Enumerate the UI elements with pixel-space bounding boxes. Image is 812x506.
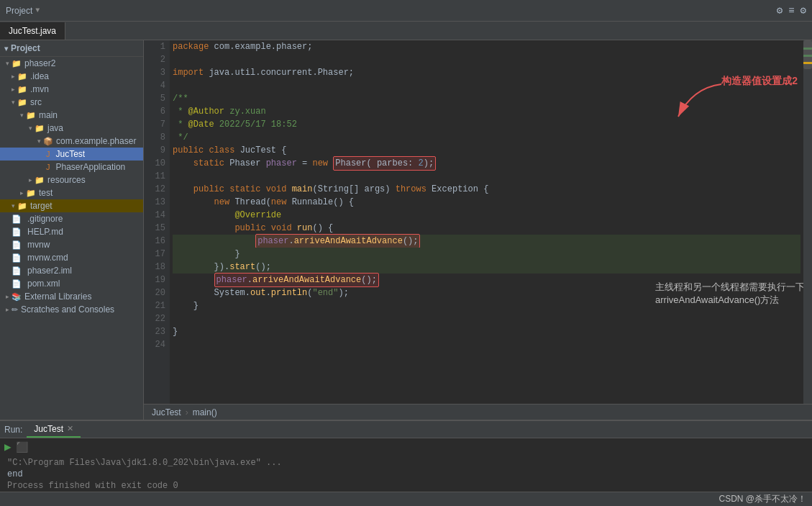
scrollbar-right[interactable] xyxy=(803,40,812,404)
code-line-6: * @Author zy.xuan xyxy=(173,105,800,118)
expand-icon: ▸ xyxy=(12,73,15,80)
tree-label: .gitignore xyxy=(27,214,63,224)
tree-label: test xyxy=(39,188,53,198)
close-tab-icon[interactable]: ✕ xyxy=(67,424,73,433)
sidebar-item-mvn[interactable]: ▸ 📁 .mvn xyxy=(0,83,143,96)
tree-label: External Libraries xyxy=(24,292,91,302)
code-line-19: phaser.arriveAndAwaitAdvance(); xyxy=(173,274,800,286)
sidebar-item-pomxml[interactable]: 📄 pom.xml xyxy=(0,277,143,290)
watermark: CSDN @杀手不太冷！ xyxy=(719,493,806,505)
sidebar-item-src[interactable]: ▾ 📁 src xyxy=(0,96,143,109)
sidebar-item-target[interactable]: ▾ 📁 target xyxy=(0,199,143,212)
java-file-icon: J xyxy=(46,163,50,171)
run-tab-name: JucTest xyxy=(34,424,63,434)
run-label: Run: xyxy=(0,425,27,435)
sidebar-item-resources[interactable]: ▸ 📁 resources xyxy=(0,173,143,186)
code-line-8: */ xyxy=(173,131,800,144)
sidebar-item-mvnw[interactable]: 📄 mvnw xyxy=(0,238,143,251)
tree-label: main xyxy=(39,110,58,120)
sidebar-item-gitignore[interactable]: 📄 .gitignore xyxy=(0,212,143,225)
layout-icon[interactable]: ≡ xyxy=(788,5,794,17)
sidebar-item-external-libraries[interactable]: ▸ 📚 External Libraries xyxy=(0,290,143,303)
tab-juctest[interactable]: JucTest.java xyxy=(0,22,65,40)
config-icon[interactable]: ⚙ xyxy=(800,4,806,17)
sidebar-item-main[interactable]: ▾ 📁 main xyxy=(0,109,143,122)
bottom-tabs: Run: JucTest ✕ xyxy=(0,421,812,438)
code-line-2 xyxy=(173,53,800,66)
folder-icon: 📁 xyxy=(17,202,27,211)
sidebar-item-helpmd[interactable]: 📄 HELP.md xyxy=(0,225,143,238)
sidebar: ▾ Project ▾ 📁 phaser2 ▸ 📁 .idea ▸ 📁 .mvn… xyxy=(0,40,144,420)
expand-icon: ▸ xyxy=(6,306,9,313)
sidebar-item-java[interactable]: ▾ 📁 java xyxy=(0,122,143,135)
library-icon: 📚 xyxy=(12,292,22,302)
breadcrumb-item-2[interactable]: main() xyxy=(193,407,217,417)
output-line-1: "C:\Program Files\Java\jdk1.8.0_202\bin\… xyxy=(7,457,805,469)
sidebar-item-test[interactable]: ▸ 📁 test xyxy=(0,186,143,199)
file-icon: 📄 xyxy=(12,253,22,263)
code-line-12: ▶ public static void main(String[] args)… xyxy=(173,183,800,196)
line-numbers: 12345 678910 1112131415 1617181920 21222… xyxy=(144,40,170,404)
code-editor[interactable]: package com.example.phaser; import java.… xyxy=(170,40,803,404)
code-line-1: package com.example.phaser; xyxy=(173,40,800,53)
sidebar-item-phaserapplication[interactable]: J PhaserApplication xyxy=(0,161,143,173)
tree-label: Scratches and Consoles xyxy=(21,304,114,315)
editor-area: 12345 678910 1112131415 1617181920 21222… xyxy=(144,40,812,420)
code-line-7: * @Date 2022/5/17 18:52 xyxy=(173,118,800,131)
breadcrumb-item-1[interactable]: JucTest xyxy=(152,407,181,417)
project-title: Project xyxy=(6,6,32,16)
tab-bar: JucTest.java xyxy=(0,22,812,40)
expand-icon: ▸ xyxy=(6,293,9,300)
file-icon: 📄 xyxy=(12,214,22,224)
expand-icon: ▾ xyxy=(12,202,15,209)
sidebar-item-package[interactable]: ▾ 📦 com.example.phaser xyxy=(0,135,143,148)
top-bar-icons: ⚙ ≡ ⚙ xyxy=(777,4,806,17)
output-line-2: end xyxy=(7,469,805,480)
code-line-13: new Thread(new Runnable() { xyxy=(173,196,800,209)
code-line-24 xyxy=(173,338,800,351)
sidebar-item-phaser2iml[interactable]: 📄 phaser2.iml xyxy=(0,264,143,277)
tree-label: .idea xyxy=(30,71,49,81)
bottom-panel: Run: JucTest ✕ ▶ ⬛ "C:\Program Files\Jav… xyxy=(0,420,812,506)
sidebar-item-scratches[interactable]: ▸ ✏ Scratches and Consoles xyxy=(0,303,143,316)
code-line-10: static Phaser phaser = new Phaser( parbe… xyxy=(173,157,800,170)
code-line-15: ● public void run() { xyxy=(173,222,800,235)
java-folder-icon: 📁 xyxy=(35,124,45,133)
tree-label: mvnw.cmd xyxy=(27,253,68,263)
run-button[interactable]: ▶ xyxy=(4,440,12,454)
bottom-controls: ▶ ⬛ xyxy=(0,438,812,456)
package-icon: 📦 xyxy=(43,137,53,146)
code-line-17: } xyxy=(173,248,800,261)
tree-label: PhaserApplication xyxy=(56,162,126,172)
code-line-18: }).start(); xyxy=(173,261,800,274)
xml-file-icon: 📄 xyxy=(12,279,22,289)
stop-button[interactable]: ⬛ xyxy=(16,441,28,453)
tree-label: src xyxy=(30,97,42,107)
sidebar-item-idea[interactable]: ▸ 📁 .idea xyxy=(0,70,143,83)
chevron-icon: ▾ xyxy=(4,45,8,53)
scroll-thumb[interactable] xyxy=(803,40,812,69)
code-line-20: System.out.println("end"); xyxy=(173,286,800,299)
breadcrumb: JucTest › main() xyxy=(144,404,812,420)
code-line-14: @Override xyxy=(173,209,800,222)
expand-icon: ▸ xyxy=(20,189,24,196)
sidebar-item-mvnwcmd[interactable]: 📄 mvnw.cmd xyxy=(0,251,143,264)
scratches-icon: ✏ xyxy=(12,305,18,315)
code-line-4 xyxy=(173,79,800,92)
expand-icon: ▾ xyxy=(6,60,9,67)
settings-icon[interactable]: ⚙ xyxy=(777,4,783,17)
sidebar-item-phaser2[interactable]: ▾ 📁 phaser2 xyxy=(0,57,143,70)
code-line-11 xyxy=(173,170,800,183)
folder-icon: 📁 xyxy=(17,98,27,107)
code-line-3: import java.util.concurrent.Phaser; xyxy=(173,66,800,79)
tree-label: phaser2.iml xyxy=(27,266,72,276)
expand-icon: ▸ xyxy=(12,86,15,93)
tab-run-juctest[interactable]: JucTest ✕ xyxy=(27,421,81,438)
sidebar-item-juctest[interactable]: J JucTest xyxy=(0,148,143,161)
folder-icon: 📁 xyxy=(12,59,22,68)
tree-label: mvnw xyxy=(27,240,50,250)
folder-icon: 📁 xyxy=(17,85,27,94)
tree-label: phaser2 xyxy=(24,58,55,68)
code-container[interactable]: 12345 678910 1112131415 1617181920 21222… xyxy=(144,40,812,404)
file-icon: 📄 xyxy=(12,240,22,250)
